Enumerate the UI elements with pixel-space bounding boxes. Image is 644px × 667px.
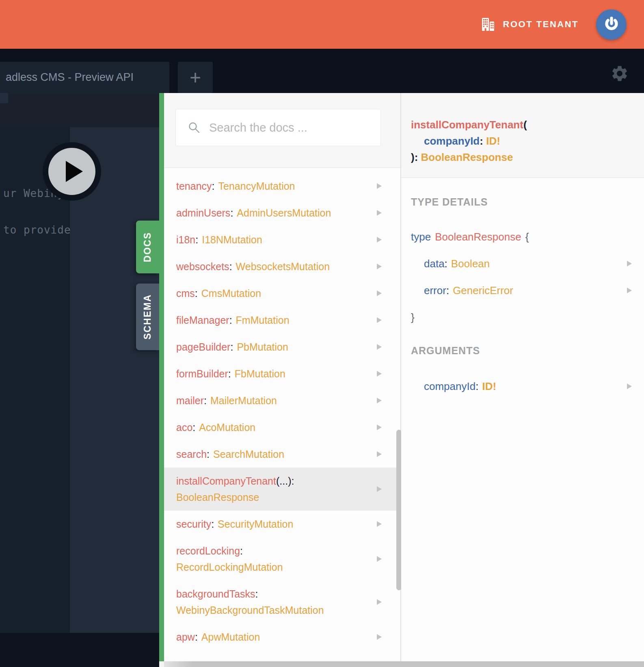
docs-field-row-adminUsers[interactable]: adminUsers:AdminUsersMutation <box>164 199 400 226</box>
settings-button[interactable] <box>610 64 629 83</box>
docs-panel: tenancy:TenancyMutationadminUsers:AdminU… <box>164 93 401 667</box>
arguments-heading: ARGUMENTS <box>401 343 644 358</box>
docs-search-area <box>164 93 400 168</box>
docs-field-row-formBuilder[interactable]: formBuilder:FbMutation <box>164 360 400 387</box>
search-input[interactable] <box>209 121 380 134</box>
power-icon <box>602 15 621 34</box>
new-tab-button[interactable]: + <box>178 62 213 93</box>
docs-field-row-search[interactable]: search:SearchMutation <box>164 441 400 468</box>
docs-search-box[interactable] <box>175 109 381 146</box>
playground-topbar-accent <box>0 93 8 103</box>
docs-field-row-mailer[interactable]: mailer:MailerMutation <box>164 387 400 414</box>
expand-arrow-icon <box>627 383 632 389</box>
play-icon <box>48 148 95 195</box>
docs-field-row-websockets[interactable]: websockets:WebsocketsMutation <box>164 253 400 280</box>
docs-field-row-installCompanyTenant[interactable]: installCompanyTenant(...):BooleanRespons… <box>164 468 400 511</box>
docs-field-row-i18n[interactable]: i18n:I18NMutation <box>164 226 400 253</box>
docs-field-row-security[interactable]: security:SecurityMutation <box>164 511 400 537</box>
plus-icon: + <box>190 66 201 89</box>
expand-arrow-icon <box>627 288 632 293</box>
argument-rows: companyId:ID! <box>401 373 644 400</box>
expand-arrow-icon <box>377 183 382 189</box>
docs-field-row-recordLocking[interactable]: recordLocking:RecordLockingMutation <box>164 537 400 580</box>
user-avatar[interactable] <box>596 9 627 40</box>
docs-field-row-fileManager[interactable]: fileManager:FmMutation <box>164 307 400 334</box>
tenant-label: ROOT TENANT <box>503 19 579 30</box>
docs-panel-accent-border <box>159 93 164 661</box>
docs-field-row-pageBuilder[interactable]: pageBuilder:PbMutation <box>164 334 400 360</box>
expand-arrow-icon <box>377 634 382 640</box>
type-keyword: type <box>411 231 431 243</box>
tab-docs[interactable]: DOCS <box>136 221 159 273</box>
signature-field-name: installCompanyTenant <box>411 119 523 131</box>
run-query-button[interactable] <box>43 142 101 201</box>
expand-arrow-icon <box>377 424 382 430</box>
work-area: ur Webiny to provide DOCS SCHEMA <box>0 93 644 667</box>
search-icon <box>188 121 200 134</box>
type-close-brace: } <box>401 304 644 331</box>
expand-arrow-icon <box>377 264 382 269</box>
docs-field-row-aco[interactable]: aco:AcoMutation <box>164 414 400 441</box>
signature-arg-name: companyId <box>424 135 480 147</box>
signature-line-2: companyId: ID! <box>401 133 644 149</box>
graphql-playground-window: ROOT TENANT adless CMS - Preview API + <box>0 0 644 667</box>
type-fields: data:Booleanerror:GenericError <box>401 250 644 304</box>
gear-icon <box>610 64 629 83</box>
docs-field-row-tenancy[interactable]: tenancy:TenancyMutation <box>164 173 400 199</box>
expand-arrow-icon <box>377 371 382 377</box>
signature-line-3: ): BooleanResponse <box>401 149 644 165</box>
type-declaration: type BooleanResponse { <box>401 223 644 250</box>
expand-arrow-icon <box>377 521 382 527</box>
building-icon <box>481 18 495 31</box>
playground-topbar <box>0 93 159 127</box>
expand-arrow-icon <box>377 398 382 403</box>
docs-field-row-backgroundTasks[interactable]: backgroundTasks:WebinyBackgroundTaskMuta… <box>164 580 400 624</box>
expand-arrow-icon <box>377 451 382 457</box>
scrollbar-corner <box>159 661 164 667</box>
signature-return-type[interactable]: BooleanResponse <box>421 151 513 163</box>
docs-field-list: tenancy:TenancyMutationadminUsers:AdminU… <box>164 168 400 650</box>
expand-arrow-icon <box>377 237 382 243</box>
expand-arrow-icon <box>377 599 382 605</box>
tab-schema[interactable]: SCHEMA <box>136 284 159 350</box>
tenant-selector[interactable]: ROOT TENANT <box>481 9 627 40</box>
type-field-row-data[interactable]: data:Boolean <box>401 250 644 277</box>
type-details-heading: TYPE DETAILS <box>401 194 644 210</box>
horizontal-scrollbar[interactable] <box>164 661 644 667</box>
expand-arrow-icon <box>627 261 632 266</box>
type-field-row-error[interactable]: error:GenericError <box>401 277 644 304</box>
playground-query-editor <box>0 127 70 633</box>
argument-row-companyId[interactable]: companyId:ID! <box>401 373 644 400</box>
app-header: ROOT TENANT <box>0 0 644 49</box>
tab-bar: adless CMS - Preview API + <box>0 49 644 93</box>
tab-headless-cms-preview-api[interactable]: adless CMS - Preview API <box>0 62 169 93</box>
field-signature: installCompanyTenant( companyId: ID! ): … <box>401 93 644 178</box>
expand-arrow-icon <box>377 556 382 562</box>
tab-title: adless CMS - Preview API <box>6 71 134 84</box>
signature-line-1: installCompanyTenant( <box>401 117 644 133</box>
docs-field-row-cms[interactable]: cms:CmsMutation <box>164 280 400 307</box>
expand-arrow-icon <box>377 210 382 216</box>
type-name[interactable]: BooleanResponse <box>435 231 521 243</box>
expand-arrow-icon <box>377 344 382 350</box>
expand-arrow-icon <box>377 317 382 323</box>
signature-arg-type[interactable]: ID! <box>486 135 500 147</box>
expand-arrow-icon <box>377 486 382 492</box>
expand-arrow-icon <box>377 290 382 296</box>
docs-field-row-apw[interactable]: apw:ApwMutation <box>164 624 400 650</box>
field-detail-panel: installCompanyTenant( companyId: ID! ): … <box>401 93 644 667</box>
editor-code-line: to provide <box>3 224 71 236</box>
